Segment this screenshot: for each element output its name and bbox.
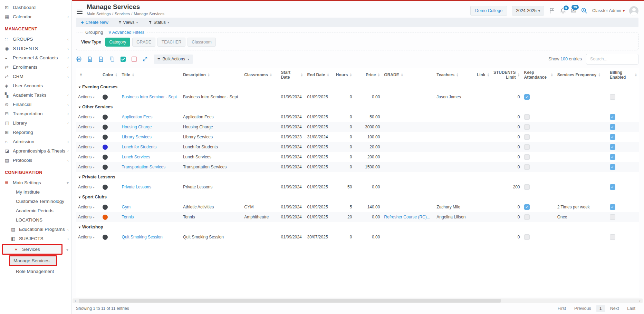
scroll-left-icon[interactable]: ‹ (73, 298, 78, 303)
sort-arrows-icon[interactable]: ▲▼ (551, 73, 553, 77)
sidebar-item-educational-programs[interactable]: ▤Educational Programs‹ (0, 225, 71, 234)
sidebar-item-enrollments[interactable]: ⇄Enrollments‹ (0, 62, 71, 72)
billing-enabled-checkbox[interactable]: ✓ (610, 114, 615, 120)
breadcrumb-item[interactable]: Services (115, 12, 130, 16)
title-link[interactable]: Transportation Services (122, 165, 165, 169)
billing-enabled-checkbox[interactable]: ✓ (610, 134, 615, 140)
group-header-sport-clubs[interactable]: ▾Sport Clubs (76, 192, 639, 202)
sort-arrows-icon[interactable]: ▲▼ (80, 73, 82, 77)
copy-icon[interactable] (109, 56, 115, 62)
keep-attendance-checkbox[interactable] (524, 154, 530, 160)
create-new-button[interactable]: +Create New (81, 19, 108, 25)
view-type-grade[interactable]: GRADE (132, 38, 155, 47)
pagination-previous[interactable]: Previous (571, 305, 594, 312)
scrollbar-thumb[interactable] (79, 299, 501, 303)
sort-arrows-icon[interactable]: ▲▼ (349, 73, 352, 77)
sidebar-item-manage-services[interactable]: Manage Services (9, 255, 57, 266)
pagination-1[interactable]: 1 (596, 305, 605, 312)
export-excel-icon[interactable] (87, 56, 93, 62)
pagination-next[interactable]: Next (607, 305, 622, 312)
sidebar-item-students[interactable]: ◉STUDENTS‹ (0, 44, 71, 53)
sort-arrows-icon[interactable]: ▲▼ (301, 73, 303, 77)
sidebar-item-financial[interactable]: ⊜Financial‹ (0, 100, 71, 109)
sidebar-item-main-settings[interactable]: ≣Main Settings▾ (0, 178, 71, 187)
group-header-private-lessons[interactable]: ▾Private Lessons (76, 172, 639, 182)
print-icon[interactable] (76, 56, 82, 62)
keep-attendance-checkbox[interactable] (524, 124, 530, 130)
sidebar-item-subjects[interactable]: ◧SUBJECTS‹ (0, 234, 71, 243)
sort-arrows-icon[interactable]: ▲▼ (487, 73, 489, 77)
keep-attendance-checkbox[interactable] (524, 144, 530, 150)
sidebar-item-academic-periods[interactable]: Academic Periods (0, 206, 71, 215)
column-header-billing-enabled[interactable]: Billing Enabled▲▼ (608, 68, 639, 82)
sidebar-item-transportation[interactable]: ⊟Transportation‹ (0, 109, 71, 118)
sidebar-item-academic-tasks[interactable]: ▚Academic Tasks‹ (0, 90, 71, 100)
sidebar-item-dashboard[interactable]: ⊡Dashboard (0, 3, 71, 12)
institution-button[interactable]: Demo College (470, 6, 507, 16)
column-header-link[interactable]: Link▲▼ (475, 68, 492, 82)
sidebar-item-locations[interactable]: LOCATIONS (0, 215, 71, 225)
status-dropdown[interactable]: Status▾ (148, 20, 169, 25)
title-link[interactable]: Lunch Services (122, 155, 150, 159)
actions-button[interactable]: Actions▾ (78, 115, 95, 119)
sort-arrows-icon[interactable]: ▲▼ (327, 73, 329, 77)
billing-enabled-checkbox[interactable]: ✓ (610, 184, 615, 190)
billing-enabled-checkbox[interactable]: ✓ (610, 124, 615, 130)
keep-attendance-checkbox[interactable] (524, 164, 530, 170)
column-header-services-frequency[interactable]: Services Frequency▲▼ (555, 68, 608, 82)
menu-toggle-icon[interactable] (76, 8, 83, 16)
export-csv-icon[interactable] (98, 56, 104, 62)
sidebar-item-admission[interactable]: ⌂Admission‹ (0, 137, 71, 146)
sidebar-item-customize-terminology[interactable]: Customize Terminology (0, 197, 71, 206)
column-header-teachers[interactable]: Teachers▲▼ (434, 68, 475, 82)
column-header-color[interactable]: Color▲▼ (100, 68, 120, 82)
flag-icon[interactable] (549, 8, 555, 14)
school-year-dropdown[interactable]: 2024-2025▾ (512, 6, 544, 16)
messages-mail-icon[interactable]: ✉ 25 (571, 7, 576, 15)
sidebar-item-services[interactable]: ∗Services▾ (2, 244, 63, 255)
page-size-value[interactable]: 100 (560, 57, 568, 61)
billing-enabled-checkbox[interactable]: ✓ (610, 164, 615, 170)
select-all-checkbox-icon[interactable] (120, 56, 126, 62)
title-link[interactable]: Lunch for Students (122, 145, 157, 149)
title-link[interactable]: Tennis (122, 215, 134, 219)
column-header-classrooms[interactable]: Classrooms▲▼ (242, 68, 279, 82)
billing-enabled-checkbox[interactable] (610, 234, 615, 240)
sort-arrows-icon[interactable]: ▲▼ (456, 73, 459, 77)
sort-arrows-icon[interactable]: ▲▼ (208, 73, 210, 77)
pagination-last[interactable]: Last (624, 305, 638, 312)
title-link[interactable]: Application Fees (122, 115, 153, 119)
grade-link[interactable]: Refresher Course (RC)... (384, 215, 430, 219)
sort-arrows-icon[interactable]: ▲▼ (401, 73, 403, 77)
view-type-category[interactable]: Category (105, 38, 131, 47)
column-header-hours[interactable]: Hours▲▼ (333, 68, 354, 82)
advanced-filters-link[interactable]: ∇Advanced Filters (108, 30, 144, 35)
search-input[interactable] (586, 54, 638, 65)
column-header-title[interactable]: Title▲▼ (120, 68, 181, 82)
notifications-bell-icon[interactable]: 0 (560, 8, 566, 14)
sidebar-item-personnel-contacts[interactable]: ◒Personnel & Contacts‹ (0, 53, 71, 62)
column-header-description[interactable]: Description▲▼ (181, 68, 242, 82)
view-type-classroom[interactable]: Classroom (188, 38, 215, 47)
sidebar-item-calendar[interactable]: ▦Calendar‹ (0, 12, 71, 21)
actions-button[interactable]: Actions▾ (78, 235, 95, 239)
column-header-grade[interactable]: GRADE▲▼ (382, 68, 434, 82)
sort-arrows-icon[interactable]: ▲▼ (635, 73, 637, 77)
column-header-students-limit[interactable]: STUDENTS Limit▲▼ (492, 68, 522, 82)
sidebar-item-protocols[interactable]: ▤Protocols‹ (0, 156, 71, 165)
keep-attendance-checkbox[interactable]: ✓ (524, 94, 530, 100)
sidebar-item-role-management[interactable]: Role Management (0, 267, 71, 276)
keep-attendance-checkbox[interactable] (524, 234, 530, 240)
keep-attendance-checkbox[interactable] (524, 214, 530, 220)
actions-button[interactable]: Actions▾ (78, 165, 95, 169)
sidebar-item-apprenticeships-thesis[interactable]: ◪Apprenticeships & Thesis‹ (0, 146, 71, 156)
avatar[interactable] (629, 6, 638, 16)
sort-arrows-icon[interactable]: ▲▼ (518, 73, 520, 77)
actions-button[interactable]: Actions▾ (78, 205, 95, 209)
actions-button[interactable]: Actions▾ (78, 155, 95, 159)
sidebar-item-crm[interactable]: ⇌CRM‹ (0, 72, 71, 81)
actions-button[interactable]: Actions▾ (78, 145, 95, 149)
sidebar-item-reporting[interactable]: ⊞Reporting (0, 128, 71, 137)
title-link[interactable]: Private Lessons (122, 185, 151, 189)
sidebar-item-user-accounts[interactable]: ◈User Accounts (0, 81, 71, 90)
